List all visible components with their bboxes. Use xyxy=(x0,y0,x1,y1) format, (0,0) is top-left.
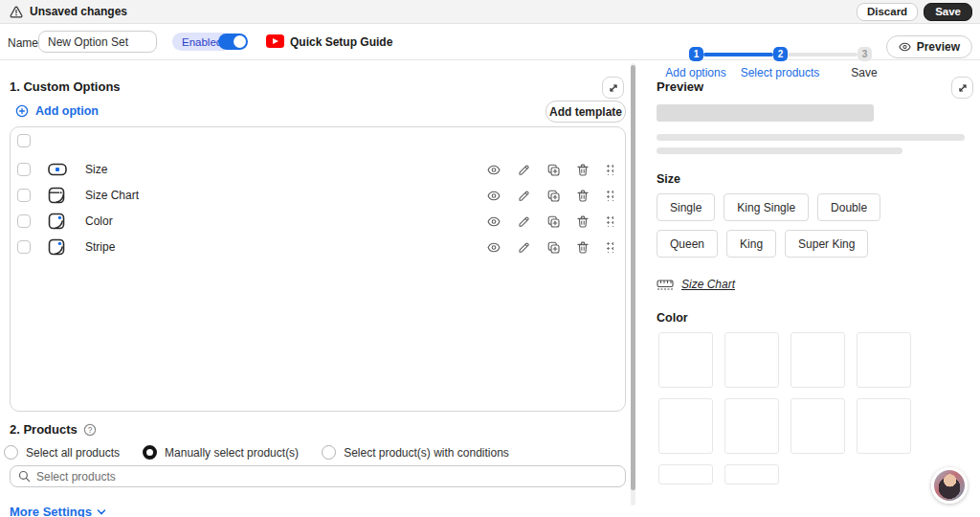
chevron-down-icon xyxy=(97,508,106,516)
duplicate-icon[interactable] xyxy=(546,240,560,254)
color-swatch[interactable] xyxy=(791,332,845,388)
drag-handle-icon[interactable] xyxy=(606,241,613,253)
button-type-icon xyxy=(47,160,68,179)
preview-title: Preview xyxy=(657,79,703,94)
color-swatch[interactable] xyxy=(857,332,911,388)
question-icon[interactable]: ? xyxy=(83,423,97,437)
products-title: 2. Products xyxy=(10,422,78,437)
view-icon[interactable] xyxy=(487,214,501,228)
duplicate-icon[interactable] xyxy=(546,163,560,176)
color-swatch-grid xyxy=(658,332,936,484)
discard-button[interactable]: Discard xyxy=(857,3,918,21)
row-checkbox[interactable] xyxy=(17,214,31,228)
drag-handle-icon[interactable] xyxy=(606,164,613,175)
eye-icon xyxy=(899,42,911,52)
add-circle-icon xyxy=(15,104,29,118)
radio-select-all-products[interactable] xyxy=(4,445,18,460)
option-row-size-chart: Size Chart xyxy=(11,183,627,209)
select-all-options-checkbox[interactable] xyxy=(17,134,31,147)
view-icon[interactable] xyxy=(487,189,501,202)
radio-select-with-conditions[interactable] xyxy=(322,445,336,460)
delete-icon[interactable] xyxy=(576,214,590,228)
row-checkbox[interactable] xyxy=(17,189,31,202)
product-search-field[interactable] xyxy=(10,465,626,487)
search-input[interactable] xyxy=(36,470,617,483)
enabled-toggle[interactable] xyxy=(218,34,248,50)
color-swatch[interactable] xyxy=(658,464,713,484)
size-option-button[interactable]: Super King xyxy=(785,230,868,258)
radio-label[interactable]: Select product(s) with conditions xyxy=(344,446,509,460)
size-option-button[interactable]: King Single xyxy=(724,193,809,221)
file-type-icon xyxy=(47,186,66,205)
ruler-icon xyxy=(657,279,674,290)
avatar[interactable] xyxy=(931,467,968,504)
contextual-save-bar: Unsaved changes Discard Save xyxy=(0,0,980,24)
color-swatch[interactable] xyxy=(724,332,779,388)
delete-icon[interactable] xyxy=(576,189,590,202)
warning-icon xyxy=(10,6,23,18)
delete-icon[interactable] xyxy=(576,240,590,254)
svg-text:?: ? xyxy=(88,425,93,434)
option-row-size: Size xyxy=(11,157,627,183)
size-options-group: Single King Single Double Queen King Sup… xyxy=(657,193,944,258)
color-swatch[interactable] xyxy=(658,332,713,388)
size-chart-link[interactable]: Size Chart xyxy=(657,278,735,291)
radio-label[interactable]: Manually select product(s) xyxy=(165,446,299,460)
app-window: Unsaved changes Discard Save Name Enable… xyxy=(0,0,980,517)
step-1-dot: 1 xyxy=(689,47,703,61)
option-set-name-input[interactable] xyxy=(38,31,157,53)
size-option-button[interactable]: Double xyxy=(817,193,880,221)
color-swatch[interactable] xyxy=(857,398,911,454)
size-option-button[interactable]: Single xyxy=(657,193,715,221)
edit-icon[interactable] xyxy=(517,189,530,202)
delete-icon[interactable] xyxy=(576,163,590,176)
radio-label[interactable]: Select all products xyxy=(26,446,120,460)
radio-manually-select[interactable] xyxy=(143,445,157,460)
preview-button[interactable]: Preview xyxy=(886,35,972,58)
edit-icon[interactable] xyxy=(517,240,530,254)
expand-icon xyxy=(957,82,969,94)
swatch-type-icon xyxy=(47,212,66,231)
drag-handle-icon[interactable] xyxy=(606,190,613,201)
skeleton-line xyxy=(657,134,965,141)
option-row-color: Color xyxy=(11,209,627,235)
step-bar-1 xyxy=(703,53,773,56)
option-row-stripe: Stripe xyxy=(11,235,627,260)
option-set-header: Name Enabled Quick Setup Guide 1 2 3 Add… xyxy=(0,24,980,60)
scrollbar-thumb[interactable] xyxy=(631,65,635,490)
row-checkbox[interactable] xyxy=(17,240,31,254)
step-2-dot: 2 xyxy=(773,47,788,61)
view-icon[interactable] xyxy=(487,240,501,254)
drag-handle-icon[interactable] xyxy=(606,215,613,227)
step-3-dot: 3 xyxy=(858,47,872,61)
save-button[interactable]: Save xyxy=(924,3,972,21)
preview-color-label: Color xyxy=(657,311,688,325)
youtube-icon[interactable] xyxy=(266,34,284,48)
row-checkbox[interactable] xyxy=(17,163,31,176)
panel-scrollbar[interactable] xyxy=(631,63,635,506)
expand-preview-button[interactable] xyxy=(951,77,973,99)
unsaved-changes-text: Unsaved changes xyxy=(30,5,127,18)
color-swatch[interactable] xyxy=(724,464,779,484)
skeleton-line xyxy=(657,147,902,154)
color-swatch[interactable] xyxy=(658,398,713,454)
edit-icon[interactable] xyxy=(517,214,530,228)
size-option-button[interactable]: Queen xyxy=(657,230,718,258)
size-option-button[interactable]: King xyxy=(726,230,776,258)
swatch-type-icon xyxy=(47,237,66,257)
more-settings-link[interactable]: More Settings xyxy=(10,505,106,517)
add-option-link[interactable]: Add option xyxy=(15,104,99,118)
toggle-knob xyxy=(234,35,246,48)
duplicate-icon[interactable] xyxy=(546,214,560,228)
view-icon[interactable] xyxy=(487,163,501,176)
color-swatch[interactable] xyxy=(724,398,779,454)
step-1-label[interactable]: Add options xyxy=(665,66,725,79)
quick-setup-guide-link[interactable]: Quick Setup Guide xyxy=(290,35,392,49)
add-template-button[interactable]: Add template xyxy=(546,101,626,123)
skeleton-image xyxy=(657,104,874,122)
edit-icon[interactable] xyxy=(517,163,530,176)
expand-options-button[interactable] xyxy=(602,77,624,99)
color-swatch[interactable] xyxy=(791,398,845,454)
duplicate-icon[interactable] xyxy=(546,189,560,202)
step-2-label[interactable]: Select products xyxy=(741,66,820,79)
